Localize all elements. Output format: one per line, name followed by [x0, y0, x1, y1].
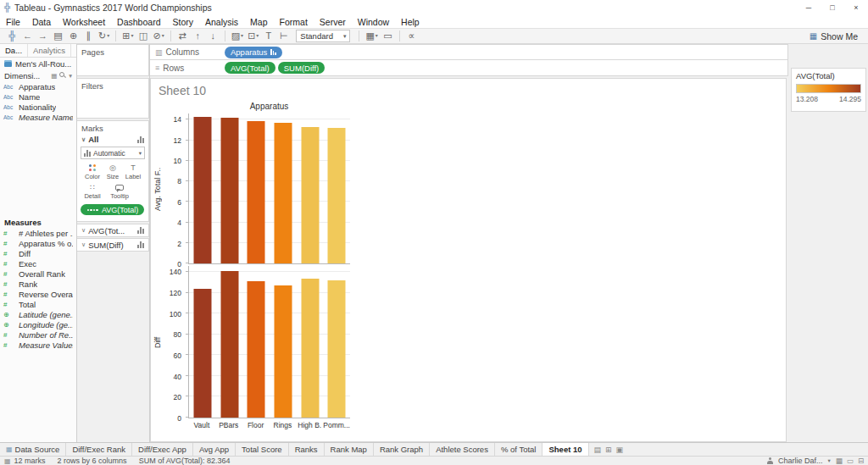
back-icon[interactable]: ←: [20, 29, 35, 43]
tableau-logo-icon[interactable]: ╬: [5, 29, 19, 43]
tab-data[interactable]: Da...: [0, 44, 28, 57]
show-me-button[interactable]: ▦ Show Me: [810, 31, 863, 42]
menu-dashboard[interactable]: Dashboard: [111, 17, 166, 27]
fix-axes-icon[interactable]: ⊢: [276, 29, 291, 43]
show-mark-labels-icon[interactable]: T: [261, 29, 275, 43]
measure-number-of-re[interactable]: #Number of Re...: [0, 329, 76, 340]
user-name[interactable]: Charlie Daf...: [778, 457, 823, 465]
measure-athletes-per[interactable]: ## Athletes per ...: [0, 228, 76, 238]
detail-button[interactable]: ∷ Detail: [83, 183, 102, 200]
search-icon[interactable]: [59, 72, 66, 79]
tab-of-total[interactable]: % of Total: [495, 443, 543, 456]
view-grid-icon[interactable]: ▦: [51, 72, 57, 80]
measure-latitude-gene[interactable]: ⊕Latitude (gene...: [0, 309, 76, 319]
bar-rings[interactable]: [274, 123, 292, 263]
sheet-sorter-icon[interactable]: ▦: [836, 457, 843, 465]
share-icon[interactable]: ∝: [404, 29, 419, 43]
pill-avg-total[interactable]: AVG(Total): [225, 62, 275, 74]
menu-data[interactable]: Data: [26, 17, 57, 27]
mark-type-dropdown[interactable]: Automatic ▾: [81, 147, 145, 159]
menu-help[interactable]: Help: [395, 17, 426, 27]
clear-sheet-icon[interactable]: ⊘▾: [151, 29, 165, 43]
close-button[interactable]: ×: [844, 0, 868, 15]
menu-analysis[interactable]: Analysis: [199, 17, 244, 27]
dimension-apparatus[interactable]: AbcApparatus: [0, 81, 76, 91]
pill-sum-diff[interactable]: SUM(Diff): [278, 62, 326, 74]
bar-vault[interactable]: [193, 117, 211, 263]
bar-pbars[interactable]: [220, 118, 238, 263]
marks-card-sum-diff[interactable]: ∨ SUM(Diff): [77, 238, 149, 252]
bar-pbars[interactable]: [220, 271, 238, 418]
bar-floor[interactable]: [248, 121, 265, 263]
measure-reverse-overa[interactable]: #Reverse Overa...: [0, 289, 76, 299]
minimize-button[interactable]: ─: [797, 0, 821, 15]
presentation-mode-icon[interactable]: ▭: [381, 29, 395, 43]
tab-rank-map[interactable]: Rank Map: [325, 443, 374, 456]
tab-analytics[interactable]: Analytics: [28, 44, 71, 57]
dimension-measure-names[interactable]: AbcMeasure Names: [0, 112, 76, 122]
swap-rows-columns-icon[interactable]: ⇄: [175, 29, 190, 43]
sort-descending-icon[interactable]: ↓: [206, 29, 220, 43]
bar-pomm[interactable]: [328, 280, 346, 418]
tab-total-score[interactable]: Total Score: [236, 443, 289, 456]
bar-pomm[interactable]: [328, 128, 346, 263]
menu-story[interactable]: Story: [166, 17, 199, 27]
forward-icon[interactable]: →: [36, 29, 50, 43]
highlight-icon[interactable]: ▨▾: [230, 29, 245, 43]
bar-rings[interactable]: [274, 285, 292, 418]
group-members-icon[interactable]: ⊡▾: [246, 29, 260, 43]
color-legend-card[interactable]: AVG(Total) 13.208 14.295: [791, 68, 866, 112]
duplicate-sheet-icon[interactable]: ◫: [136, 29, 150, 43]
menu-map[interactable]: Map: [244, 17, 273, 27]
menu-worksheet[interactable]: Worksheet: [57, 17, 111, 27]
new-dashboard-tab-icon[interactable]: ⊞: [605, 446, 612, 454]
tab-sheet-10[interactable]: Sheet 10: [542, 443, 588, 456]
pill-avg-total-color[interactable]: AVG(Total): [81, 204, 144, 215]
tab-athlete-scores[interactable]: Athlete Scores: [430, 443, 495, 456]
rows-shelf[interactable]: ≡ Rows AVG(Total)SUM(Diff): [150, 60, 788, 76]
tab-avg-app[interactable]: Avg App: [193, 443, 236, 456]
bar-high-b[interactable]: [301, 279, 319, 418]
columns-shelf[interactable]: ▥ Columns Apparatus: [150, 44, 788, 60]
measure-rank[interactable]: #Rank: [0, 279, 76, 289]
show-tabs-icon[interactable]: ⊟: [858, 457, 864, 465]
refresh-icon[interactable]: ↻▾: [97, 29, 111, 43]
tab-data-source[interactable]: ▦Data Source: [0, 443, 66, 456]
show-hide-cards-icon[interactable]: ▦▾: [364, 29, 379, 43]
new-story-tab-icon[interactable]: ▣: [616, 446, 624, 454]
bar-vault[interactable]: [193, 289, 211, 418]
color-button[interactable]: Color: [83, 163, 102, 180]
dimension-name[interactable]: AbcName: [0, 91, 76, 102]
measure-overall-rank[interactable]: #Overall Rank: [0, 268, 76, 279]
label-button[interactable]: T Label: [124, 163, 142, 180]
filters-shelf[interactable]: Filters: [77, 78, 149, 119]
measure-longitude-ge[interactable]: ⊕Longitude (ge...: [0, 319, 76, 329]
new-worksheet-icon[interactable]: ⊞▾: [120, 29, 135, 43]
save-icon[interactable]: ▤: [51, 29, 65, 43]
chevron-down-icon[interactable]: ▾: [828, 457, 831, 464]
tab-ranks[interactable]: Ranks: [289, 443, 325, 456]
chevron-down-icon[interactable]: ▾: [69, 72, 72, 80]
menu-file[interactable]: File: [0, 17, 26, 27]
tab-rank-graph[interactable]: Rank Graph: [374, 443, 430, 456]
bar-high-b[interactable]: [301, 127, 319, 263]
menu-server[interactable]: Server: [314, 17, 352, 27]
pages-shelf[interactable]: Pages: [77, 44, 149, 76]
bar-floor[interactable]: [248, 281, 265, 418]
pause-updates-icon[interactable]: ∥: [81, 29, 96, 43]
fit-dropdown[interactable]: Standard▾: [296, 30, 350, 42]
measure-measure-values[interactable]: #Measure Values: [0, 340, 76, 350]
pill-apparatus[interactable]: Apparatus: [225, 47, 282, 58]
menu-window[interactable]: Window: [352, 17, 395, 27]
sort-ascending-icon[interactable]: ↑: [191, 29, 205, 43]
measure-diff[interactable]: #Diff: [0, 248, 76, 258]
measure-total[interactable]: #Total: [0, 299, 76, 309]
datasource-item[interactable]: Men's All-Rou...: [0, 58, 76, 69]
menu-format[interactable]: Format: [274, 17, 314, 27]
new-worksheet-tab-icon[interactable]: ▤: [594, 446, 602, 454]
marks-card-avg-total[interactable]: ∨ AVG(Tot...: [77, 224, 149, 237]
marks-all-row[interactable]: ∨ All: [77, 134, 148, 145]
maximize-button[interactable]: □: [821, 0, 844, 15]
tab-diff-exec-rank[interactable]: Diff/Exec Rank: [66, 443, 132, 456]
tab-diff-exec-app[interactable]: Diff/Exec App: [132, 443, 193, 456]
